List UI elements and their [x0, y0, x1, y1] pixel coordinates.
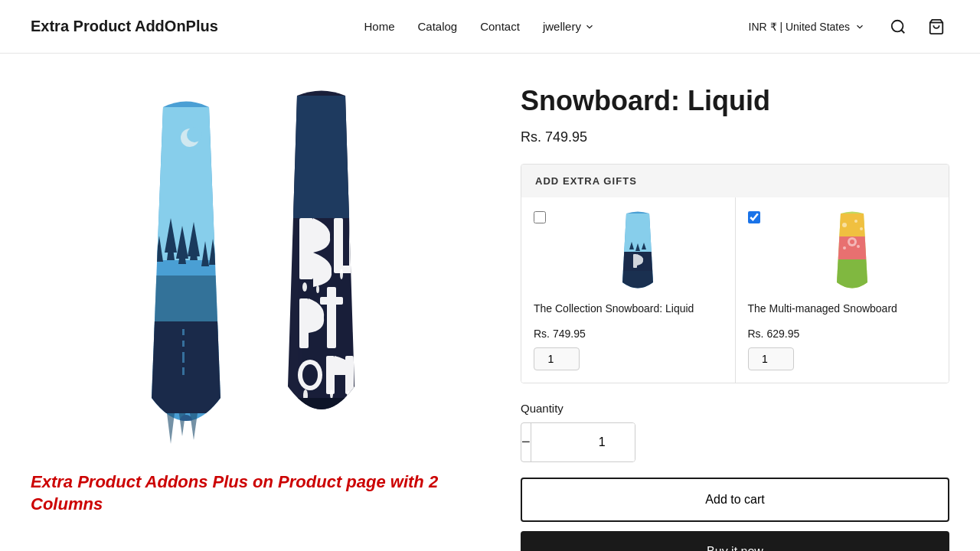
nav-home[interactable]: Home [364, 20, 394, 33]
svg-rect-51 [622, 271, 653, 294]
svg-rect-19 [152, 321, 220, 413]
gift-2-image-svg [829, 210, 875, 294]
quantity-input[interactable] [531, 423, 635, 461]
svg-rect-23 [182, 367, 185, 375]
product-images: Extra Product Addons Plus on Product pag… [31, 77, 475, 551]
svg-rect-30 [299, 298, 309, 348]
svg-point-0 [892, 20, 903, 31]
svg-rect-26 [299, 218, 313, 279]
gift-checkbox-1[interactable] [534, 211, 546, 223]
svg-rect-52 [837, 214, 867, 236]
gift-1-name: The Collection Snowboard: Liquid [534, 302, 694, 317]
promo-text: Extra Product Addons Plus on Product pag… [31, 471, 475, 515]
gift-image-2 [768, 210, 937, 294]
nav-jwellery-label: jwellery [543, 20, 581, 33]
main-content: Extra Product Addons Plus on Product pag… [0, 54, 980, 551]
extra-gifts-grid: The Collection Snowboard: Liquid Rs. 749… [521, 197, 949, 383]
board-1 [125, 92, 247, 444]
svg-point-34 [302, 364, 318, 386]
svg-rect-20 [182, 329, 185, 335]
search-icon [890, 18, 906, 35]
currency-selector[interactable]: INR ₹ | United States [741, 16, 873, 37]
gift-card-2: The Multi-managed Snowboard Rs. 629.95 [736, 197, 949, 383]
svg-point-55 [842, 223, 847, 227]
svg-point-37 [302, 282, 307, 292]
product-title: Snowboard: Liquid [521, 84, 949, 117]
svg-point-57 [860, 227, 863, 230]
svg-rect-54 [837, 259, 867, 294]
gift-1-image-svg [615, 210, 661, 294]
svg-rect-27 [334, 218, 343, 272]
gift-card-1: The Collection Snowboard: Liquid Rs. 749… [521, 197, 736, 383]
cart-button[interactable] [923, 14, 949, 40]
quantity-decrement[interactable]: − [521, 423, 531, 461]
svg-point-41 [330, 390, 333, 399]
chevron-down-icon [584, 21, 595, 32]
svg-point-17 [187, 127, 202, 142]
svg-line-1 [901, 30, 904, 33]
svg-rect-29 [334, 266, 358, 273]
gift-checkbox-2[interactable] [748, 211, 760, 223]
product-price: Rs. 749.95 [521, 129, 949, 145]
svg-rect-50 [633, 254, 637, 268]
search-button[interactable] [885, 14, 911, 40]
nav-jwellery-dropdown[interactable]: jwellery [543, 20, 595, 33]
nav-catalog[interactable]: Catalog [417, 20, 457, 33]
add-to-cart-button[interactable]: Add to cart [521, 478, 949, 522]
chevron-down-icon [854, 21, 865, 32]
svg-rect-21 [182, 341, 185, 347]
svg-point-59 [857, 245, 860, 248]
gift-1-qty[interactable] [534, 347, 580, 370]
svg-point-42 [347, 391, 350, 399]
gift-2-price: Rs. 629.95 [748, 328, 800, 340]
snowboard-left-svg [125, 92, 247, 444]
svg-rect-35 [326, 356, 335, 394]
svg-marker-14 [178, 409, 186, 436]
main-nav: Home Catalog Contact jwellery [364, 20, 594, 33]
svg-rect-32 [320, 297, 343, 305]
gift-1-price: Rs. 749.95 [534, 328, 586, 340]
gift-2-name: The Multi-managed Snowboard [748, 302, 897, 317]
extra-gifts-header: ADD EXTRA GIFTS [521, 165, 949, 197]
svg-point-38 [316, 285, 319, 293]
header-actions: INR ₹ | United States [741, 14, 949, 40]
product-details: Snowboard: Liquid Rs. 749.95 ADD EXTRA G… [521, 77, 949, 551]
currency-label: INR ₹ | United States [749, 21, 850, 33]
quantity-label: Quantity [521, 402, 949, 415]
gift-card-1-top [534, 210, 723, 294]
cart-icon [928, 18, 945, 35]
site-header: Extra Product AddOnPlus Home Catalog Con… [0, 0, 980, 54]
svg-marker-13 [167, 413, 175, 444]
svg-rect-25 [288, 96, 354, 218]
site-logo[interactable]: Extra Product AddOnPlus [31, 18, 218, 35]
buy-now-button[interactable]: Buy it now [521, 531, 949, 551]
snowboard-display [31, 77, 475, 452]
board-2 [263, 84, 381, 444]
svg-marker-15 [190, 413, 198, 440]
svg-point-58 [843, 246, 846, 249]
gift-2-qty[interactable] [748, 347, 794, 370]
snowboard-right-svg [263, 84, 381, 444]
svg-point-56 [854, 220, 858, 223]
gift-card-2-top [748, 210, 937, 294]
svg-point-39 [340, 269, 343, 279]
svg-rect-43 [288, 398, 354, 432]
quantity-control: − + [521, 422, 635, 462]
svg-point-44 [316, 416, 327, 426]
nav-contact[interactable]: Contact [480, 20, 520, 33]
svg-rect-22 [182, 352, 185, 363]
gift-image-1 [554, 210, 723, 294]
svg-point-61 [850, 240, 854, 244]
extra-gifts-section: ADD EXTRA GIFTS [521, 164, 949, 383]
svg-rect-28 [349, 218, 358, 272]
svg-rect-31 [327, 287, 336, 348]
